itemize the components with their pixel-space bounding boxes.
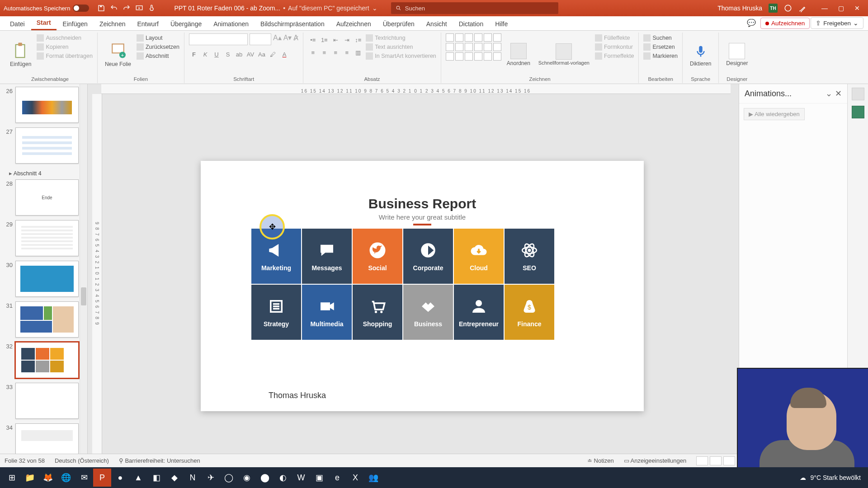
sidebar-tool-1[interactable] <box>852 88 864 100</box>
dictate-button[interactable]: Diktieren <box>687 33 714 75</box>
coming-soon-icon[interactable] <box>784 4 792 12</box>
tb-word-icon[interactable]: W <box>292 469 310 487</box>
font-size-input[interactable] <box>250 33 271 45</box>
tb-app6-icon[interactable]: ◐ <box>274 469 292 487</box>
thumb-34[interactable]: 34 <box>3 423 84 454</box>
search-box[interactable] <box>391 2 558 14</box>
italic-button[interactable]: K <box>200 50 210 59</box>
normal-view-button[interactable] <box>696 456 708 465</box>
touch-mode-icon[interactable] <box>148 4 156 12</box>
user-name[interactable]: Thomas Hruska <box>717 5 762 12</box>
tile-corporate[interactable]: Corporate <box>403 229 453 284</box>
tb-app-icon[interactable]: ● <box>111 469 129 487</box>
tab-hilfe[interactable]: Hilfe <box>490 18 513 30</box>
new-slide-button[interactable]: + Neue Folie <box>102 33 134 75</box>
slideshow-start-icon[interactable] <box>135 4 143 12</box>
tab-datei[interactable]: Datei <box>5 18 30 30</box>
format-painter-button[interactable]: Format übertragen <box>37 52 93 61</box>
record-button[interactable]: Aufzeichnen <box>760 18 810 29</box>
tab-ueberpruefen[interactable]: Überprüfen <box>377 18 420 30</box>
tile-entrepreneur[interactable]: Entrepreneur <box>454 285 504 340</box>
align-center-button[interactable]: ≡ <box>319 48 329 57</box>
align-left-button[interactable]: ≡ <box>308 48 318 57</box>
underline-button[interactable]: U <box>212 50 222 59</box>
thumb-30[interactable]: 30 <box>3 261 84 297</box>
thumb-26[interactable]: 26 <box>3 87 84 123</box>
smartart-button[interactable]: In SmartArt konvertieren <box>366 52 436 61</box>
system-tray[interactable]: ☁ 9°C Stark bewölkt <box>800 474 865 481</box>
indent-dec-button[interactable]: ⇤ <box>330 35 340 44</box>
shape-fill-button[interactable]: Fülleffekte <box>595 33 634 42</box>
indent-inc-button[interactable]: ⇥ <box>342 35 352 44</box>
tb-powerpoint-icon[interactable]: P <box>93 469 111 487</box>
tab-animationen[interactable]: Animationen <box>208 18 254 30</box>
maximize-button[interactable]: ▢ <box>834 4 848 13</box>
tab-bildschirm[interactable]: Bildschirmpräsentation <box>255 18 330 30</box>
tab-start[interactable]: Start <box>31 16 57 30</box>
start-button[interactable]: ⊞ <box>3 469 21 487</box>
tb-teams-icon[interactable]: 👥 <box>364 469 382 487</box>
tab-aufzeichnen[interactable]: Aufzeichnen <box>331 18 377 30</box>
tb-firefox-icon[interactable]: 🦊 <box>39 469 57 487</box>
strike-button[interactable]: S <box>223 50 233 59</box>
tb-app4-icon[interactable]: ◯ <box>220 469 238 487</box>
tile-social[interactable]: Social <box>353 229 402 284</box>
tb-app5-icon[interactable]: ◉ <box>238 469 256 487</box>
tile-cloud[interactable]: Cloud <box>454 229 504 284</box>
case-button[interactable]: Aa <box>257 50 267 59</box>
tab-einfuegen[interactable]: Einfügen <box>57 18 93 30</box>
tb-app2-icon[interactable]: ◧ <box>147 469 165 487</box>
tile-messages[interactable]: Messages <box>302 229 352 284</box>
share-button[interactable]: ⇪Freigeben⌄ <box>811 17 863 29</box>
tile-business[interactable]: Business <box>403 285 453 340</box>
tb-app3-icon[interactable]: ◆ <box>165 469 184 487</box>
tile-finance[interactable]: $Finance <box>505 285 554 340</box>
slide-canvas-area[interactable]: 16 15 14 13 12 11 10 9 8 7 6 5 4 3 2 1 0… <box>88 84 739 454</box>
tb-chrome-icon[interactable]: 🌐 <box>57 469 75 487</box>
draw-icon[interactable] <box>798 4 807 12</box>
numbering-button[interactable]: 1≡ <box>319 35 329 44</box>
justify-button[interactable]: ≡ <box>342 48 352 57</box>
bullets-button[interactable]: •≡ <box>308 35 318 44</box>
tab-ansicht[interactable]: Ansicht <box>421 18 453 30</box>
shape-effects-button[interactable]: Formeffekte <box>595 52 634 61</box>
section-header[interactable]: Abschnitt 4 <box>3 168 84 179</box>
highlight-button[interactable]: 🖊 <box>268 50 278 59</box>
reading-view-button[interactable] <box>723 456 735 465</box>
tb-edge-icon[interactable]: e <box>328 469 346 487</box>
toggle-off-icon[interactable] <box>73 5 89 12</box>
select-button[interactable]: Markieren <box>643 52 678 61</box>
shadow-button[interactable]: ab <box>234 50 244 59</box>
tb-vlc-icon[interactable]: ▲ <box>129 469 147 487</box>
increase-font-icon[interactable]: A▴ <box>273 33 282 45</box>
thumb-27[interactable]: 27 <box>3 127 84 164</box>
display-settings-button[interactable]: ▭ Anzeigeeinstellungen <box>624 457 687 464</box>
redo-icon[interactable] <box>123 4 131 12</box>
clear-format-icon[interactable]: A̷ <box>293 33 298 45</box>
decrease-font-icon[interactable]: A▾ <box>283 33 292 45</box>
font-color-button[interactable]: A <box>279 50 289 59</box>
section-button[interactable]: Abschnitt <box>137 52 179 61</box>
tile-strategy[interactable]: Strategy <box>251 285 301 340</box>
font-family-input[interactable] <box>189 33 248 45</box>
thumb-31[interactable]: 31 <box>3 301 84 338</box>
copy-button[interactable]: Kopieren <box>37 42 93 52</box>
comments-button[interactable]: 💬 <box>743 17 760 29</box>
close-pane-button[interactable]: ✕ <box>835 89 842 99</box>
quick-styles-button[interactable]: Schnellformat-vorlagen <box>536 33 592 75</box>
shape-outline-button[interactable]: Formkontur <box>595 42 634 52</box>
tb-outlook-icon[interactable]: ✉ <box>75 469 93 487</box>
tb-app7-icon[interactable]: ▣ <box>310 469 328 487</box>
tab-dictation[interactable]: Dictation <box>453 18 489 30</box>
slide[interactable]: Business Report Write here your great su… <box>201 161 644 411</box>
paste-button[interactable]: Einfügen <box>7 33 34 75</box>
reset-button[interactable]: Zurücksetzen <box>137 42 179 52</box>
designer-button[interactable]: Designer <box>723 33 750 75</box>
tile-seo[interactable]: SEO <box>505 229 554 284</box>
slide-counter[interactable]: Folie 32 von 58 <box>5 457 45 464</box>
chevron-down-icon[interactable]: ⌄ <box>372 5 377 12</box>
tile-shopping[interactable]: Shopping <box>353 285 402 340</box>
tb-telegram-icon[interactable]: ✈ <box>202 469 220 487</box>
text-direction-button[interactable]: Textrichtung <box>366 33 436 42</box>
close-button[interactable]: ✕ <box>850 4 864 13</box>
